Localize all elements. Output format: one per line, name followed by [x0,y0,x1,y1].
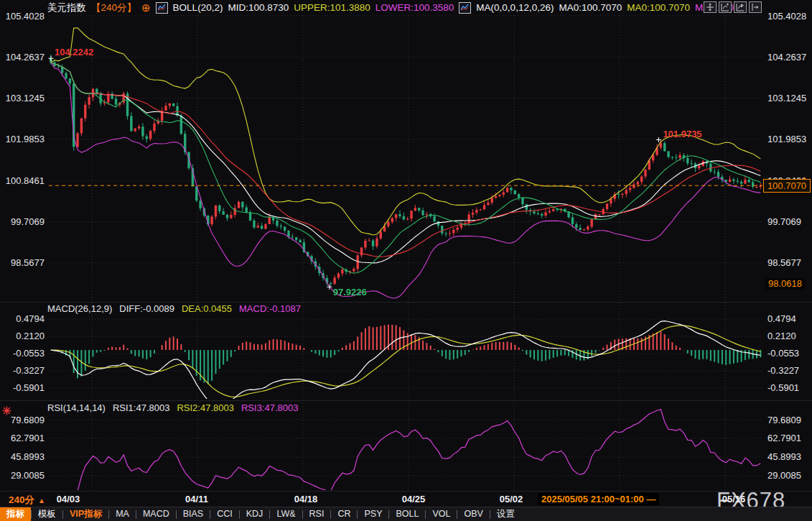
boll-params: BOLL(20,2) [173,2,223,13]
svg-text:105.4028: 105.4028 [767,11,806,22]
x-axis-label: 05/16 [722,494,746,504]
svg-text:105.4028: 105.4028 [6,11,45,22]
chevron-up-icon: ▲ [38,497,45,504]
ma-params: MA(0,0,0,12,0,26) [476,2,554,13]
svg-text:101.9853: 101.9853 [767,134,806,144]
svg-text:0.2120: 0.2120 [16,331,45,341]
toolbar-item-CR[interactable]: CR [331,507,357,521]
toolbar-item-VOL[interactable]: VOL [426,507,457,521]
svg-text:45.8993: 45.8993 [767,451,801,462]
toolbar-item-MA[interactable]: MA [109,507,136,521]
svg-text:99.7069: 99.7069 [11,216,45,227]
svg-text:0.4794: 0.4794 [767,313,796,324]
macd-pane-header: MACD(26,12,9)DIFF:-0.0089DEA:0.0455MACD:… [47,303,308,314]
indicator-toolbar: 指标模板VIP指标MAMACDBIASCCIKDJLW&RSICRPSYBOLL… [0,507,812,521]
low-price-axis-badge: 98.0618 [765,278,805,290]
x-axis-label: 04/18 [294,494,318,504]
svg-text:62.7901: 62.7901 [11,433,45,443]
toolbar-item-指标[interactable]: 指标 [0,507,31,521]
rsi2-value: RSI2:47.8003 [177,402,234,413]
chart-canvas[interactable]: 105.4028105.4028104.2637104.2637103.1245… [0,0,812,521]
toolbar-item-CCI[interactable]: CCI [210,507,239,521]
toolbar-item-PSY[interactable]: PSY [358,507,388,521]
boll-chart-icon[interactable] [156,2,168,14]
svg-text:104.2242: 104.2242 [55,47,93,57]
macd-dea-value: DEA:0.0455 [182,303,232,314]
toolbar-item-模板[interactable]: 模板 [32,507,62,521]
svg-text:104.2637: 104.2637 [6,52,45,63]
boll-upper-value: UPPER:101.3880 [294,2,370,13]
rsi3-value: RSI3:47.8003 [241,402,299,413]
macd-bar-value: MACD:-0.1087 [239,303,301,314]
svg-text:79.6809: 79.6809 [11,415,45,425]
svg-text:-0.5901: -0.5901 [13,382,45,393]
alert-star-icon[interactable] [2,405,11,418]
toolbar-item-OBV[interactable]: OBV [457,507,489,521]
svg-text:-0.0553: -0.0553 [13,348,45,359]
toolbar-item-MACD[interactable]: MACD [136,507,176,521]
time-axis: 240分▲ 2025/05/05 21:00~01:00 — 04/0304/1… [0,492,812,507]
macd-params-and-diff: MACD(26,12,9) [47,303,112,314]
session-time-badge: 2025/05/05 21:00~01:00 — [538,493,659,505]
svg-text:29.0085: 29.0085 [767,470,801,481]
macd-diff-value: DIFF:-0.0089 [119,303,174,314]
ma-value-white: MA0:100.7070 [559,2,622,13]
rsi-pane-header: RSI(14,14,14)RSI1:47.8003RSI2:47.8003RSI… [47,402,305,413]
svg-text:103.1245: 103.1245 [767,93,806,103]
add-indicator-icon[interactable]: ⊕ [141,3,151,13]
ma-value-yellow: MA0:100.7070 [627,2,690,13]
svg-text:-0.0553: -0.0553 [767,348,799,359]
toolbar-item-RSI[interactable]: RSI [303,507,331,521]
svg-text:-0.5901: -0.5901 [767,382,799,393]
x-axis-label: 04/03 [57,494,80,504]
zoom-out-chart-icon[interactable] [719,1,732,13]
x-axis-label: 04/11 [185,494,208,504]
period-label: 【240分】 [91,1,136,14]
svg-text:98.5677: 98.5677 [11,257,45,268]
svg-text:62.7901: 62.7901 [767,433,801,443]
svg-text:-0.3227: -0.3227 [13,365,45,376]
last-price-badge: 100.7070 [763,179,811,193]
rsi-params-and-rsi1: RSI(14,14,14) [47,402,106,413]
toolbar-item-BOLL[interactable]: BOLL [389,507,425,521]
toolbar-item-设置[interactable]: 设置 [490,507,521,521]
rsi1-value: RSI1:47.8003 [113,402,170,413]
svg-text:45.8993: 45.8993 [11,451,45,462]
svg-text:29.0085: 29.0085 [11,470,45,481]
svg-text:79.6809: 79.6809 [767,415,801,425]
svg-text:-0.3227: -0.3227 [767,365,799,376]
period-selector[interactable]: 240分▲ [9,494,45,507]
svg-text:0.2120: 0.2120 [767,331,796,341]
svg-text:101.9735: 101.9735 [663,129,701,139]
toolbar-item-LW&[interactable]: LW& [270,507,302,521]
ma-chart-icon[interactable] [459,2,471,14]
svg-text:103.1245: 103.1245 [6,93,45,103]
trading-app-window: 105.4028105.4028104.2637104.2637103.1245… [0,0,812,521]
svg-text:98.5677: 98.5677 [767,257,801,268]
toolbar-item-VIP指标[interactable]: VIP指标 [63,507,108,521]
svg-text:99.7069: 99.7069 [767,216,801,227]
svg-text:97.9226: 97.9226 [333,287,367,298]
boll-mid-value: MID:100.8730 [228,2,289,13]
shift-right-icon[interactable] [749,1,762,13]
svg-text:0.4794: 0.4794 [16,313,45,324]
symbol-name: 美元指数 [47,1,86,14]
toolbar-item-KDJ[interactable]: KDJ [240,507,270,521]
svg-text:101.9853: 101.9853 [6,134,45,144]
boll-lower-value: LOWER:100.3580 [375,2,454,13]
crosshair-icon[interactable] [704,1,717,13]
chart-tool-buttons [704,1,762,13]
x-axis-label: 04/25 [402,494,426,504]
zoom-in-chart-icon[interactable] [734,1,747,13]
x-axis-label: 05/02 [500,494,523,504]
svg-text:100.8461: 100.8461 [6,175,45,186]
chart-header: 美元指数 【240分】 ⊕ BOLL(20,2) MID:100.8730 UP… [47,1,742,14]
svg-text:104.2637: 104.2637 [767,52,806,63]
toolbar-item-BIAS[interactable]: BIAS [177,507,210,521]
